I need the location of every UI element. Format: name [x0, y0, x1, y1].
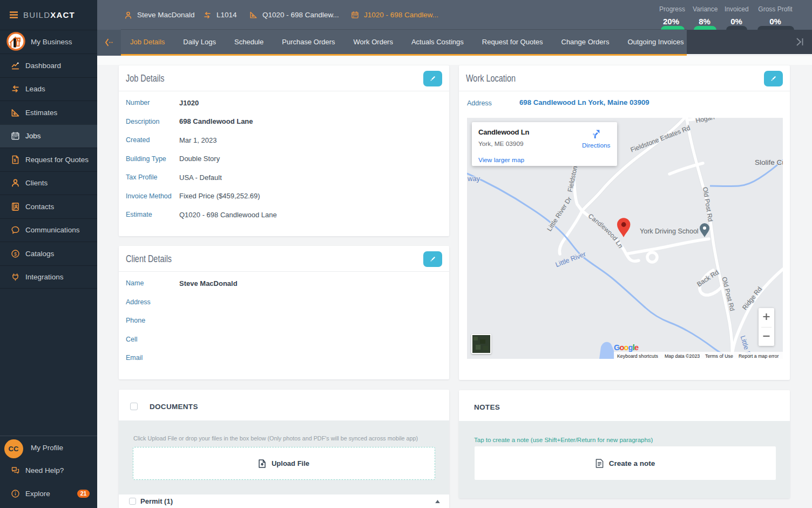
svg-text:Fieldstone Estates Rd: Fieldstone Estates Rd	[630, 124, 692, 153]
svg-text:way: way	[467, 175, 481, 183]
svg-text:$: $	[14, 251, 17, 256]
svg-text:York Driving School: York Driving School	[640, 228, 699, 235]
svg-text:Hogan: Hogan	[695, 118, 715, 125]
svg-text:Old Post Rd: Old Post Rd	[701, 186, 714, 222]
svg-text:Candlewood Ln: Candlewood Ln	[587, 212, 625, 250]
svg-text:Fieldstone: Fieldstone	[566, 162, 579, 192]
svg-text:Ridge Rd: Ridge Rd	[741, 285, 763, 311]
svg-text:Little River Dr: Little River Dr	[545, 196, 573, 233]
svg-text:Slolife Cu: Slolife Cu	[755, 158, 783, 166]
svg-text:Back Rd: Back Rd	[695, 269, 720, 288]
svg-text:$: $	[13, 158, 16, 163]
